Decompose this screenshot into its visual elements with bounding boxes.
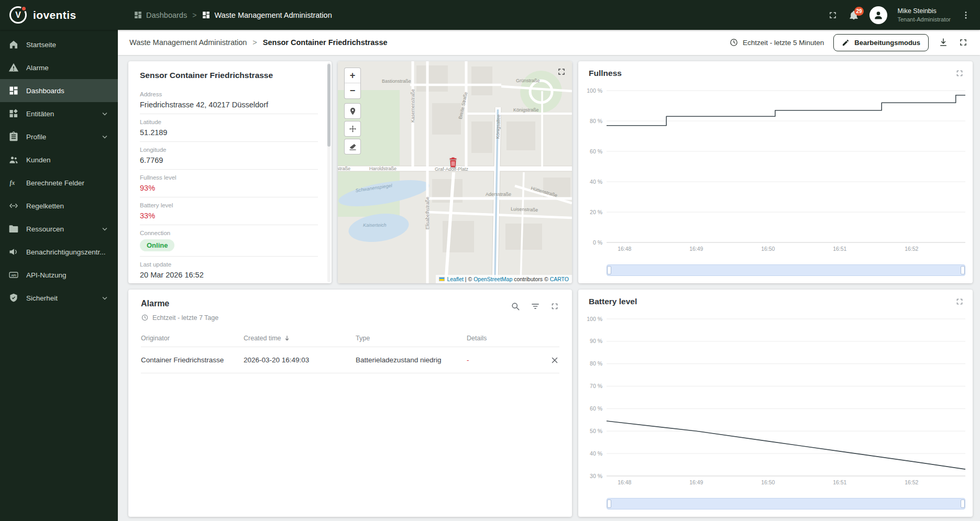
field-value: Friedrichstrasse 42, 40217 Düsseldorf: [140, 101, 318, 109]
alarm-row[interactable]: Container Friedrichstrasse 2026-03-20 16…: [141, 347, 559, 373]
clock-icon: [141, 314, 149, 322]
fullscreen-icon: [955, 297, 964, 306]
sidebar-item-ressourcen[interactable]: Ressourcen: [0, 217, 118, 240]
sidebar-item-sicherheit[interactable]: Sicherheit: [0, 286, 118, 309]
alert-icon: [8, 62, 19, 73]
sidebar-item-label: Dashboards: [26, 87, 64, 95]
add-marker-button[interactable]: [344, 103, 361, 119]
alarms-actions: [510, 299, 559, 312]
pan-mode-button[interactable]: [344, 121, 361, 137]
svg-text:100 %: 100 %: [587, 316, 602, 322]
fullscreen-button[interactable]: [828, 10, 838, 20]
entities-icon: [8, 108, 19, 119]
field-value: 20 Mar 2026 16:52: [140, 271, 318, 279]
field-value: 33%: [140, 212, 318, 220]
timewindow-button[interactable]: Echtzeit - letzte 5 Minuten: [729, 38, 824, 47]
column-created-time[interactable]: Created time: [244, 335, 356, 342]
street-label: Luisenstraße: [511, 206, 538, 213]
map-fullscreen-button[interactable]: [556, 66, 567, 77]
fullscreen-icon: [550, 302, 559, 311]
svg-text:30 %: 30 %: [590, 473, 602, 479]
erase-button[interactable]: [344, 139, 361, 154]
filter-icon: [530, 301, 541, 312]
edit-mode-button[interactable]: Bearbeitungsmodus: [833, 34, 929, 51]
sidebar-item-label: Kunden: [26, 156, 51, 164]
sidebar-item-alarme[interactable]: Alarme: [0, 56, 118, 79]
sidebar-item-kunden[interactable]: Kunden: [0, 148, 118, 171]
field-fullness-level: Fullness level 93%: [140, 170, 318, 197]
sidebar-item-api-nutzung[interactable]: API API-Nutzung: [0, 263, 118, 286]
sidebar-item-startseite[interactable]: Startseite: [0, 33, 118, 56]
edit-mode-label: Bearbeitungsmodus: [854, 39, 920, 47]
sidebar-item-benachrichtigungszentrum[interactable]: Benachrichtigungszentr...: [0, 240, 118, 263]
attribution-text: contributors ©: [512, 276, 549, 282]
svg-text:16:52: 16:52: [905, 246, 918, 252]
scrollbar[interactable]: [327, 62, 331, 282]
map[interactable]: Bastionstraße Grünstraße Breite Straße K…: [338, 61, 572, 283]
zoom-in-button[interactable]: +: [345, 68, 360, 83]
carto-link[interactable]: CARTO: [550, 276, 569, 282]
sidebar-item-regelketten[interactable]: Regelketten: [0, 194, 118, 217]
svg-text:API: API: [11, 274, 16, 277]
brand-logo[interactable]: V ioventis: [9, 6, 118, 24]
chevron-down-icon: [100, 132, 109, 141]
zoom-out-button[interactable]: −: [345, 83, 360, 98]
field-label: Address: [140, 91, 318, 97]
sidebar-item-entitaeten[interactable]: Entitäten: [0, 102, 118, 125]
svg-text:60 %: 60 %: [590, 405, 602, 412]
topbar: V ioventis Dashboards > Waste Management…: [0, 0, 980, 30]
field-battery-level: Battery level 33%: [140, 197, 318, 225]
field-longitude: Longitude 6.7769: [140, 142, 318, 170]
sidebar-item-label: Sicherheit: [26, 294, 58, 302]
card-fullscreen-button[interactable]: [955, 297, 964, 306]
alarms-card: Alarme Echtzeit - letzte 7 Tage: [128, 290, 572, 517]
street-label: Grünstraße: [516, 78, 540, 83]
field-label: Latitude: [140, 119, 318, 125]
kebab-menu-button[interactable]: [961, 10, 971, 20]
download-icon: [938, 37, 949, 48]
card-fullscreen-button[interactable]: [955, 69, 964, 78]
download-button[interactable]: [938, 37, 949, 48]
notification-badge: 29: [854, 7, 863, 16]
breadcrumb-separator: >: [192, 11, 196, 19]
container-marker[interactable]: [448, 157, 458, 168]
breadcrumb-current[interactable]: Waste Management Administration: [202, 10, 332, 19]
time-range-slider[interactable]: [607, 498, 965, 509]
fullscreen-button[interactable]: [958, 37, 968, 48]
svg-text:60 %: 60 %: [590, 148, 602, 154]
time-range-slider[interactable]: [607, 264, 965, 276]
slider-handle-right[interactable]: [961, 500, 965, 508]
filter-button[interactable]: [530, 301, 541, 312]
field-connection: Connection Online: [140, 225, 318, 257]
slider-handle-right[interactable]: [961, 266, 965, 274]
street-label: Königsallee: [495, 114, 501, 139]
ioventis-logo-icon: V: [9, 6, 27, 24]
slider-handle-left[interactable]: [607, 266, 611, 274]
scrollbar-thumb[interactable]: [327, 64, 331, 147]
column-type[interactable]: Type: [356, 335, 467, 342]
alarms-timewindow-button[interactable]: Echtzeit - letzte 7 Tage: [141, 314, 218, 322]
card-fullscreen-button[interactable]: [550, 302, 559, 311]
card-title: Fullness: [589, 69, 622, 78]
street-label: Haroldstraße: [369, 166, 397, 171]
street-label: Königstraße: [513, 107, 539, 113]
avatar[interactable]: [869, 6, 887, 24]
breadcrumb-dashboards[interactable]: Dashboards: [134, 10, 187, 19]
leaflet-link[interactable]: Leaflet: [447, 276, 464, 282]
svg-text:80 %: 80 %: [590, 360, 602, 367]
field-label: Fullness level: [140, 174, 318, 181]
clear-alarm-button[interactable]: [541, 356, 559, 365]
breadcrumb-separator: >: [252, 38, 257, 47]
column-details[interactable]: Details: [467, 335, 541, 342]
slider-handle-left[interactable]: [607, 500, 611, 508]
alarm-originator: Container Friedrichstrasse: [141, 356, 244, 364]
breadcrumb-parent[interactable]: Waste Management Administration: [129, 38, 247, 47]
osm-link[interactable]: OpenStreetMap: [474, 276, 512, 282]
search-button[interactable]: [510, 301, 521, 312]
column-originator[interactable]: Originator: [141, 335, 244, 342]
sidebar-item-profile[interactable]: Profile: [0, 125, 118, 148]
sidebar-item-berechnete-felder[interactable]: fx Berechnete Felder: [0, 171, 118, 194]
sidebar-item-dashboards[interactable]: Dashboards: [0, 79, 118, 102]
notifications-button[interactable]: 29: [849, 10, 859, 20]
svg-text:0 %: 0 %: [593, 239, 602, 246]
